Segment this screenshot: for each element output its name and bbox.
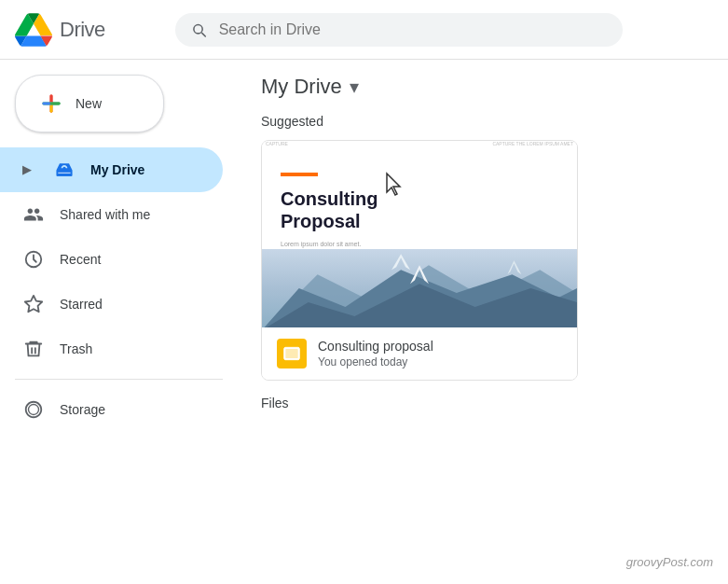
drive-logo-icon	[15, 11, 52, 49]
trash-icon	[22, 338, 45, 360]
file-type-icon	[277, 339, 307, 368]
file-details: Consulting proposal You opened today	[318, 339, 433, 368]
file-thumbnail: CAPTURE CAPTURE THE LOREM IPSUM AMET Con…	[262, 141, 577, 327]
sidebar-item-trash[interactable]: Trash	[0, 327, 223, 371]
file-card-consulting[interactable]: CAPTURE CAPTURE THE LOREM IPSUM AMET Con…	[261, 140, 578, 381]
file-meta: You opened today	[318, 355, 433, 368]
logo-area: Drive	[15, 11, 164, 49]
sidebar-item-storage[interactable]: Storage	[0, 387, 223, 432]
doc-preview: CAPTURE CAPTURE THE LOREM IPSUM AMET Con…	[262, 141, 577, 327]
my-drive-icon	[53, 159, 76, 181]
storage-label: Storage	[60, 402, 105, 417]
doc-header-labels: CAPTURE CAPTURE THE LOREM IPSUM AMET	[262, 141, 577, 146]
main-layout: New ▶ My Drive Shared with me	[0, 60, 728, 584]
new-button-label: New	[76, 96, 102, 111]
watermark: groovyPost.com	[626, 555, 713, 569]
new-plus-icon	[38, 90, 64, 117]
sidebar: New ▶ My Drive Shared with me	[0, 60, 239, 584]
app-title: Drive	[60, 18, 105, 42]
content-header: My Drive ▾	[261, 75, 706, 99]
trash-label: Trash	[60, 341, 92, 356]
sidebar-item-starred[interactable]: Starred	[0, 282, 223, 327]
page-title: My Drive	[261, 75, 342, 99]
suggested-section-label: Suggested	[261, 114, 706, 129]
title-dropdown-icon[interactable]: ▾	[350, 76, 359, 98]
new-button[interactable]: New	[15, 75, 164, 132]
sidebar-item-recent[interactable]: Recent	[0, 237, 223, 282]
main-content: My Drive ▾ Suggested CAPTURE CAPTURE THE…	[239, 60, 728, 584]
shared-icon	[22, 203, 45, 226]
sidebar-divider	[15, 379, 223, 380]
sidebar-item-shared[interactable]: Shared with me	[0, 192, 223, 237]
doc-top: ConsultingProposal Lorem ipsum dolor sit…	[262, 150, 577, 249]
app-header: Drive	[0, 0, 728, 60]
starred-label: Starred	[60, 297, 103, 312]
doc-orange-bar	[281, 173, 318, 176]
doc-body-text: Lorem ipsum dolor sit amet.	[281, 240, 558, 249]
doc-header-left: CAPTURE	[266, 141, 288, 146]
doc-mountain-image	[262, 249, 577, 327]
files-section-label: Files	[261, 396, 706, 414]
starred-icon	[22, 293, 45, 315]
file-name: Consulting proposal	[318, 339, 433, 354]
storage-icon	[22, 398, 45, 421]
sidebar-item-my-drive[interactable]: ▶ My Drive	[0, 147, 223, 192]
doc-header-right: CAPTURE THE LOREM IPSUM AMET	[492, 141, 573, 146]
expand-arrow-icon: ▶	[22, 163, 31, 176]
recent-label: Recent	[60, 252, 101, 267]
shared-label: Shared with me	[60, 207, 150, 222]
my-drive-label: My Drive	[90, 162, 144, 177]
search-bar[interactable]	[175, 13, 623, 47]
file-info: Consulting proposal You opened today	[262, 327, 577, 380]
search-input[interactable]	[219, 21, 608, 38]
doc-preview-title: ConsultingProposal	[281, 188, 558, 232]
recent-icon	[22, 248, 45, 271]
search-icon	[190, 21, 208, 39]
svg-rect-18	[285, 349, 297, 358]
